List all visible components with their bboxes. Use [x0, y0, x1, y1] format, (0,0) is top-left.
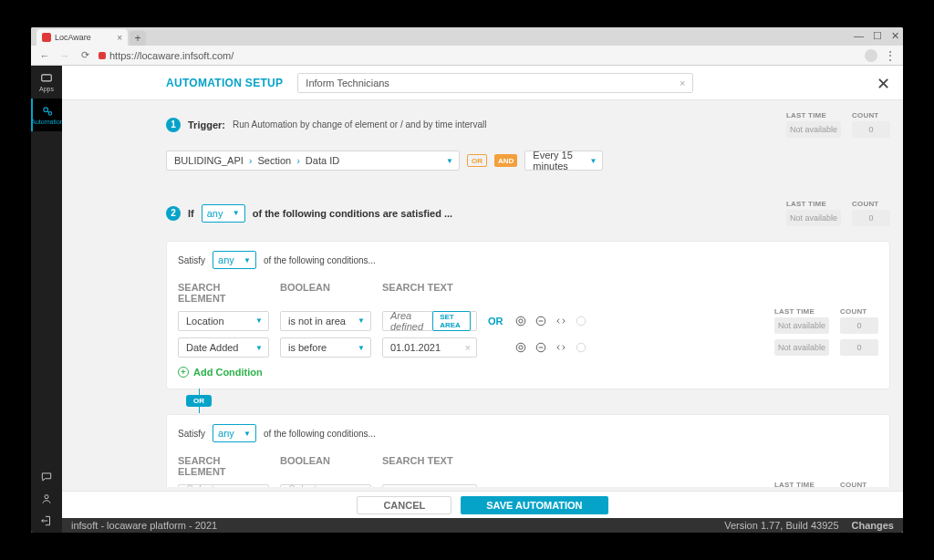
cancel-button[interactable]: CANCEL	[357, 496, 451, 514]
row-count-label: COUNT	[840, 307, 878, 316]
nav-forward-icon[interactable]: →	[58, 49, 71, 62]
satisfy-tail: of the following conditions...	[264, 429, 376, 439]
row-lasttime-value: Not available	[774, 339, 829, 356]
cond-lasttime-value: Not available	[786, 210, 841, 226]
chevron-down-icon: ▼	[255, 316, 263, 325]
apps-icon	[40, 72, 53, 85]
search-text-input[interactable]: Area defined SET AREA	[382, 311, 477, 331]
interval-select[interactable]: Every 15 minutes ▼	[524, 150, 603, 171]
duplicate-icon[interactable]	[514, 315, 527, 327]
search-text-input[interactable]: Enter Search Text	[382, 484, 477, 488]
close-window-icon[interactable]: ✕	[891, 30, 899, 42]
operator-select[interactable]: is not in area ▼	[280, 311, 371, 331]
profile-avatar-icon[interactable]	[865, 49, 877, 62]
maximize-icon[interactable]: ☐	[873, 30, 882, 42]
tab-close-icon[interactable]: ×	[117, 33, 122, 43]
operator-select[interactable]: Select Operator ▼	[280, 484, 371, 488]
trigger-path-select[interactable]: BULIDING_API › Section › Data ID ▼	[166, 150, 460, 171]
condition-row: Select Element ▼ Select Operator ▼ Enter…	[178, 481, 878, 487]
trigger-count-value: 0	[852, 121, 890, 138]
automation-name-input[interactable]: Inform Technicians ×	[297, 73, 693, 93]
satisfy-label: Satisfy	[178, 255, 205, 265]
interval-value: Every 15 minutes	[533, 150, 584, 171]
clear-text-icon[interactable]: ×	[465, 342, 471, 353]
duplicate-icon[interactable]	[514, 341, 527, 354]
svg-point-8	[576, 316, 586, 326]
new-tab-button[interactable]: +	[130, 31, 146, 46]
rail-label-automation: Automation	[31, 119, 63, 125]
operator-value: is not in area	[288, 316, 346, 327]
info-icon	[575, 341, 587, 354]
element-select[interactable]: Date Added ▼	[178, 337, 269, 358]
group2-any-select[interactable]: any ▼	[213, 424, 256, 442]
svg-point-3	[45, 495, 48, 499]
screen: LocAware × + — ☐ ✕ ← → ⟳ https://locawar…	[31, 27, 903, 533]
add-condition-label: Add Condition	[193, 367, 263, 378]
col-search-element: SEARCH ELEMENT	[178, 455, 269, 477]
conditions-heading-tail: of the following conditions are satisfie…	[253, 208, 452, 219]
set-area-button[interactable]: SET AREA	[432, 311, 471, 331]
svg-point-4	[516, 316, 525, 326]
operator-select[interactable]: is before ▼	[280, 337, 371, 358]
conditions-section: 2 If any ▼ of the following conditions a…	[166, 192, 890, 487]
reload-icon[interactable]: ⟳	[78, 49, 91, 62]
save-button[interactable]: SAVE AUTOMATION	[461, 496, 607, 514]
nav-back-icon[interactable]: ←	[38, 49, 51, 62]
remove-icon[interactable]	[534, 315, 547, 327]
search-text-value: Area defined	[390, 310, 427, 332]
code-icon[interactable]	[555, 315, 567, 327]
or-badge[interactable]: OR	[467, 154, 487, 167]
url-text: https://locaware.infsoft.com/	[109, 50, 234, 61]
window-controls: — ☐ ✕	[854, 27, 899, 44]
element-select[interactable]: Location ▼	[178, 311, 269, 331]
step-badge-1: 1	[166, 118, 181, 132]
col-search-text: SEARCH TEXT	[382, 455, 477, 477]
minimize-icon[interactable]: —	[854, 30, 864, 41]
setup-header: AUTOMATION SETUP Inform Technicians × ✕	[62, 66, 903, 100]
add-condition-button[interactable]: + Add Condition	[178, 367, 878, 378]
svg-point-10	[518, 346, 522, 349]
group1-any-select[interactable]: any ▼	[213, 251, 256, 269]
page-title: AUTOMATION SETUP	[166, 77, 283, 89]
browser-menu-icon[interactable]: ⋮	[885, 49, 896, 62]
app-footer: infsoft - locaware platform - 2021 Versi…	[62, 518, 903, 533]
trigger-lasttime-value: Not available	[786, 121, 841, 138]
crumb-3: Data ID	[306, 155, 339, 166]
browser-tab[interactable]: LocAware ×	[36, 29, 128, 46]
remove-icon[interactable]	[534, 341, 547, 354]
chevron-down-icon: ▼	[233, 209, 240, 217]
rail-item-automation[interactable]: Automation	[31, 99, 62, 131]
any-all-select[interactable]: any ▼	[202, 204, 245, 223]
clear-name-icon[interactable]: ×	[680, 78, 685, 88]
trigger-count-label: COUNT	[852, 111, 890, 119]
col-search-text: SEARCH TEXT	[382, 282, 477, 304]
condition-group-2: Satisfy any ▼ of the following condition…	[166, 414, 890, 487]
url-favicon-icon	[99, 52, 106, 59]
chat-icon[interactable]	[40, 471, 53, 483]
code-icon[interactable]	[555, 341, 567, 354]
user-icon[interactable]	[40, 493, 53, 505]
crumb-1: BULIDING_API	[174, 155, 244, 166]
row-count-value: 0	[840, 339, 878, 356]
step-badge-2: 2	[166, 206, 181, 221]
search-text-input[interactable]: 01.01.2021 ×	[382, 337, 477, 358]
content: 1 Trigger: Run Automation by change of e…	[62, 100, 903, 487]
close-panel-icon[interactable]: ✕	[877, 74, 890, 94]
or-connector: OR	[186, 395, 890, 407]
footer-changes[interactable]: Changes	[852, 520, 894, 531]
rail-item-apps[interactable]: Apps	[31, 66, 62, 99]
operator-value: is before	[288, 342, 327, 353]
col-boolean: BOOLEAN	[280, 282, 371, 304]
svg-point-13	[576, 343, 586, 352]
condition-group-1: Satisfy any ▼ of the following condition…	[166, 241, 890, 389]
url-display[interactable]: https://locaware.infsoft.com/	[99, 50, 857, 61]
and-badge[interactable]: AND	[494, 154, 517, 167]
condition-row: Date Added ▼ is before ▼ 01.01.2021 ×	[178, 337, 878, 358]
trigger-row: BULIDING_API › Section › Data ID ▼ OR AN…	[166, 150, 890, 171]
crumb-sep-icon: ›	[249, 155, 253, 166]
trigger-header: 1 Trigger: Run Automation by change of e…	[166, 104, 890, 145]
rail-label-apps: Apps	[39, 86, 54, 92]
logout-icon[interactable]	[40, 514, 53, 527]
trigger-subtitle: Run Automation by change of element or /…	[233, 119, 487, 130]
element-select[interactable]: Select Element ▼	[178, 484, 269, 488]
